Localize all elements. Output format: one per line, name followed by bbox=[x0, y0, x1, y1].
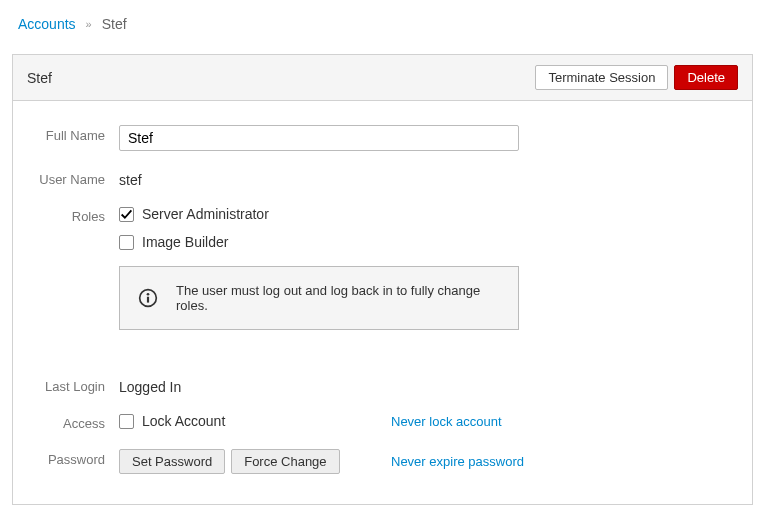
breadcrumb-root-link[interactable]: Accounts bbox=[18, 16, 76, 32]
full-name-input[interactable] bbox=[119, 125, 519, 151]
panel-body: Full Name User Name stef Roles Server Ad… bbox=[13, 101, 752, 504]
breadcrumb-separator-icon: » bbox=[86, 18, 92, 30]
user-name-value: stef bbox=[119, 169, 734, 188]
image-builder-checkbox-label: Image Builder bbox=[142, 234, 228, 250]
never-lock-account-link[interactable]: Never lock account bbox=[391, 414, 502, 429]
never-expire-password-link[interactable]: Never expire password bbox=[391, 454, 524, 469]
page-title: Stef bbox=[27, 70, 52, 86]
header-actions: Terminate Session Delete bbox=[535, 65, 738, 90]
full-name-label: Full Name bbox=[31, 125, 119, 143]
info-icon bbox=[138, 288, 158, 308]
svg-rect-2 bbox=[147, 297, 149, 303]
delete-button[interactable]: Delete bbox=[674, 65, 738, 90]
roles-info-text: The user must log out and log back in to… bbox=[176, 283, 500, 313]
image-builder-checkbox[interactable] bbox=[119, 235, 134, 250]
access-label: Access bbox=[31, 413, 119, 431]
svg-point-1 bbox=[147, 293, 150, 296]
panel-header: Stef Terminate Session Delete bbox=[13, 55, 752, 101]
roles-info-box: The user must log out and log back in to… bbox=[119, 266, 519, 330]
set-password-button[interactable]: Set Password bbox=[119, 449, 225, 474]
user-name-label: User Name bbox=[31, 169, 119, 187]
force-change-button[interactable]: Force Change bbox=[231, 449, 339, 474]
lock-account-checkbox-label: Lock Account bbox=[142, 413, 225, 429]
password-label: Password bbox=[31, 449, 119, 467]
server-admin-checkbox-label: Server Administrator bbox=[142, 206, 269, 222]
breadcrumb: Accounts » Stef bbox=[12, 16, 753, 32]
breadcrumb-current: Stef bbox=[102, 16, 127, 32]
account-panel: Stef Terminate Session Delete Full Name … bbox=[12, 54, 753, 505]
last-login-value: Logged In bbox=[119, 376, 734, 395]
terminate-session-button[interactable]: Terminate Session bbox=[535, 65, 668, 90]
last-login-label: Last Login bbox=[31, 376, 119, 394]
roles-label: Roles bbox=[31, 206, 119, 224]
server-admin-checkbox[interactable] bbox=[119, 207, 134, 222]
lock-account-checkbox[interactable] bbox=[119, 414, 134, 429]
